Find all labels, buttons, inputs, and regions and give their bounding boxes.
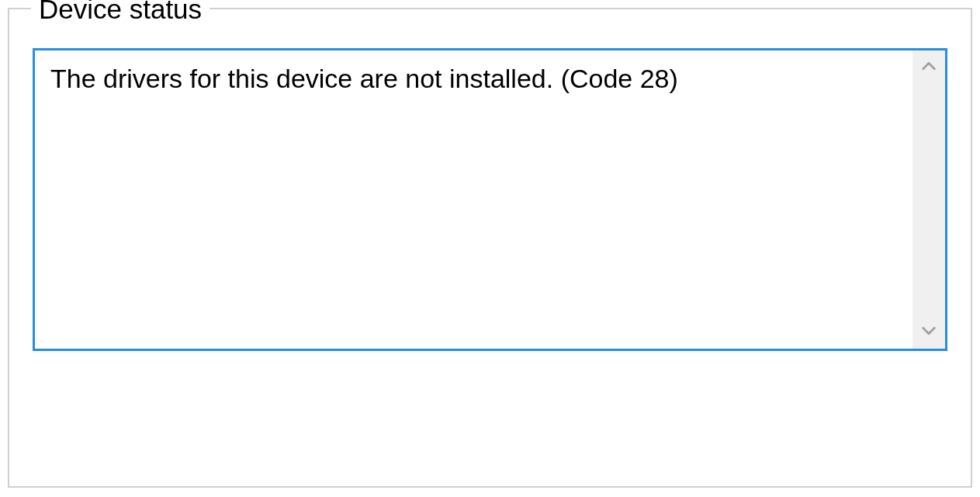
scroll-down-button[interactable] bbox=[912, 315, 945, 349]
chevron-down-icon bbox=[920, 322, 937, 342]
chevron-up-icon bbox=[920, 57, 937, 78]
groupbox-legend: Device status bbox=[31, 0, 210, 28]
scrollbar-vertical[interactable] bbox=[912, 50, 945, 349]
device-status-textbox[interactable]: The drivers for this device are not inst… bbox=[33, 48, 947, 351]
scroll-up-button[interactable] bbox=[912, 50, 945, 84]
device-status-groupbox: Device status The drivers for this devic… bbox=[8, 8, 972, 488]
device-status-message: The drivers for this device are not inst… bbox=[35, 50, 912, 349]
